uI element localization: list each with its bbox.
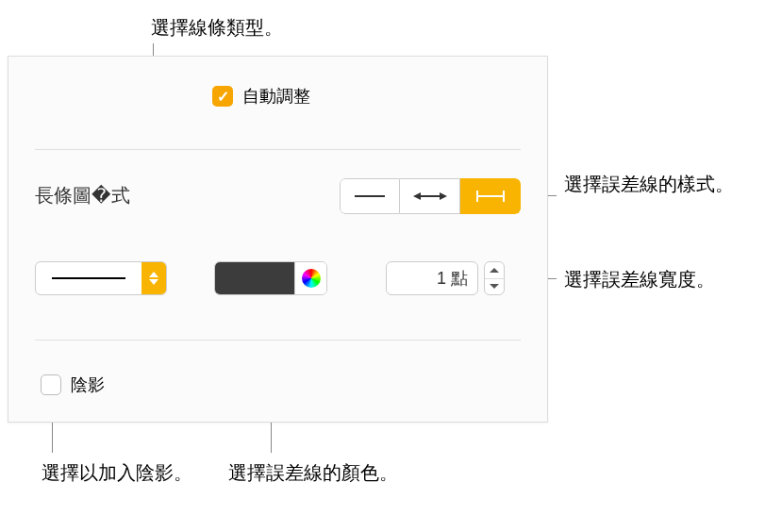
checkmark-icon: ✓ bbox=[217, 88, 229, 106]
shadow-label: 陰影 bbox=[71, 374, 105, 396]
callout-shadow: 選擇以加入陰影。 bbox=[42, 459, 192, 486]
callout-line-type: 選擇線條類型。 bbox=[151, 14, 283, 41]
line-width-field: 1 點 bbox=[386, 261, 505, 295]
stepper-up[interactable] bbox=[485, 262, 504, 279]
divider bbox=[35, 340, 521, 341]
color-swatch[interactable] bbox=[215, 262, 294, 294]
chevron-up-icon bbox=[490, 268, 499, 273]
auto-adjust-checkbox[interactable]: ✓ bbox=[212, 86, 233, 107]
shadow-row: 陰影 bbox=[41, 374, 105, 396]
svg-marker-3 bbox=[440, 192, 447, 200]
shadow-checkbox[interactable] bbox=[41, 374, 61, 395]
error-bars-panel: ✓ 自動調整 長條圖�式 bbox=[8, 56, 548, 423]
bar-style-line[interactable] bbox=[340, 178, 400, 214]
color-wheel-icon bbox=[302, 269, 321, 288]
auto-adjust-label: 自動調整 bbox=[242, 85, 310, 108]
divider bbox=[35, 149, 521, 150]
callout-bar-style: 選擇誤差線的樣式。 bbox=[564, 171, 734, 197]
bar-caps-icon bbox=[472, 189, 509, 204]
stepper-down[interactable] bbox=[485, 279, 504, 295]
chevron-down-icon bbox=[490, 284, 499, 289]
popup-indicator-icon bbox=[141, 262, 166, 294]
bar-style-caps[interactable] bbox=[460, 178, 521, 214]
bar-style-label: 長條圖�式 bbox=[35, 183, 130, 208]
auto-adjust-row: ✓ 自動調整 bbox=[212, 85, 310, 108]
bar-style-arrows[interactable] bbox=[400, 178, 460, 214]
callout-width: 選擇誤差線寬度。 bbox=[564, 266, 715, 292]
bar-style-segmented bbox=[340, 178, 521, 214]
line-width-stepper bbox=[484, 261, 505, 295]
line-width-input[interactable]: 1 點 bbox=[386, 261, 478, 295]
line-width-value: 1 點 bbox=[437, 267, 468, 290]
callout-color: 選擇誤差線的顏色。 bbox=[228, 459, 398, 486]
line-preview bbox=[36, 262, 141, 294]
svg-marker-2 bbox=[413, 192, 421, 200]
line-type-popup[interactable] bbox=[35, 261, 167, 295]
bar-plain-icon bbox=[351, 191, 389, 202]
color-well bbox=[214, 261, 327, 295]
color-wheel-button[interactable] bbox=[294, 262, 326, 294]
bar-arrows-icon bbox=[411, 191, 449, 202]
